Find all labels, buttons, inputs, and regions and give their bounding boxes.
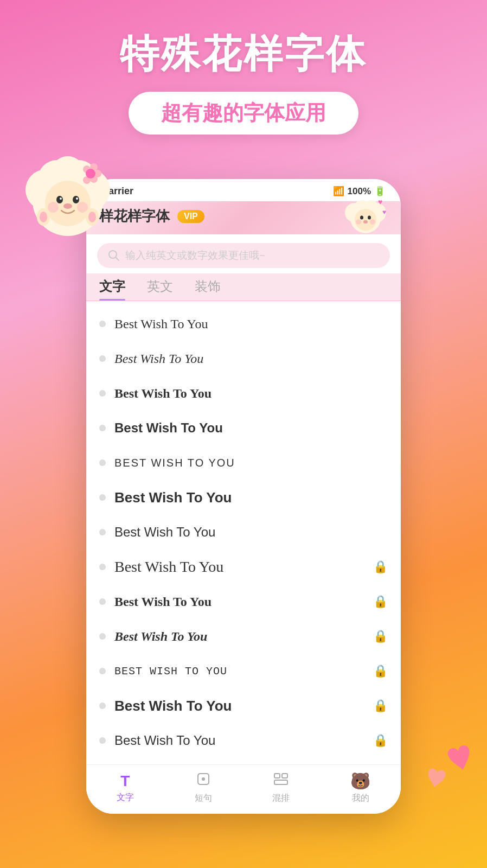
font-text: Best Wish To You (114, 698, 364, 714)
list-item[interactable]: Best Wish To You (86, 515, 401, 550)
svg-text:♥: ♥ (378, 197, 382, 206)
nav-icon-hunpai (273, 771, 289, 790)
item-dot (99, 633, 106, 640)
svg-point-32 (363, 220, 368, 224)
font-list: Best Wish To You Best Wish To You Best W… (86, 301, 401, 814)
svg-point-8 (73, 196, 79, 203)
header-sheep: ♥ ♥ (341, 194, 390, 237)
svg-point-33 (356, 219, 361, 225)
item-dot (99, 390, 106, 397)
phone-mockup: Carrier 📶 100% 🔋 样花样字体 VIP (86, 179, 401, 814)
svg-rect-42 (282, 774, 287, 778)
svg-rect-43 (274, 780, 287, 784)
svg-point-30 (360, 216, 363, 220)
nav-label-duanju: 短句 (195, 793, 212, 804)
subtitle-pill: 超有趣的字体应用 (129, 92, 358, 135)
svg-point-34 (370, 219, 375, 225)
svg-point-40 (202, 777, 205, 781)
app-header: 样花样字体 VIP ♥ ♥ (86, 201, 401, 234)
svg-point-22 (40, 212, 47, 222)
item-dot (99, 598, 106, 605)
search-icon (108, 250, 120, 261)
nav-icon-wenzi: T (120, 773, 130, 790)
svg-text:♥: ♥ (382, 208, 386, 216)
list-item[interactable]: Best Wish To You (86, 480, 401, 515)
lock-icon: 🔒 (373, 664, 388, 678)
font-text: Best Wish To You (114, 629, 364, 644)
font-text: Best Wish To You (114, 352, 388, 366)
search-area: 输入纯英文或数字效果更佳哦~ (86, 234, 401, 273)
lock-icon: 🔒 (373, 560, 388, 574)
font-text: Best Wish To You (114, 317, 388, 331)
font-text: BEST WISH TO YOU (114, 665, 364, 678)
svg-point-10 (76, 197, 78, 200)
svg-line-38 (116, 257, 119, 260)
bottom-nav: T 文字 短句 (86, 764, 401, 814)
lock-icon: 🔒 (373, 629, 388, 643)
svg-point-19 (86, 169, 95, 178)
item-dot (99, 564, 106, 570)
list-item[interactable]: Best Wish To You (86, 376, 401, 411)
font-text: Best Wish To You (114, 525, 388, 540)
vip-badge: VIP (177, 210, 204, 223)
list-item[interactable]: Best Wish To You (86, 341, 401, 376)
nav-item-duanju[interactable]: 短句 (195, 771, 212, 804)
lock-icon: 🔒 (373, 699, 388, 713)
tab-zhuangshi[interactable]: 装饰 (195, 278, 221, 301)
nav-icon-wode: 🐻 (350, 771, 370, 790)
item-dot (99, 737, 106, 744)
svg-point-9 (60, 197, 62, 200)
item-dot (99, 529, 106, 535)
tab-wenzi[interactable]: 文字 (99, 278, 125, 301)
search-box[interactable]: 输入纯英文或数字效果更佳哦~ (97, 243, 390, 268)
font-text: Best Wish To You (114, 489, 388, 506)
font-text: Best Wish To You (114, 558, 364, 576)
list-item[interactable]: Best Wish To You 🔒 (86, 619, 401, 654)
list-item[interactable]: Best Wish To You 🔒 (86, 688, 401, 723)
font-text: Best Wish To You (114, 595, 364, 609)
lock-icon: 🔒 (373, 595, 388, 609)
font-text: Best Wish To You (114, 420, 388, 436)
svg-point-13 (77, 202, 88, 213)
svg-point-23 (88, 212, 96, 222)
nav-label-hunpai: 混排 (272, 793, 290, 804)
lock-icon: 🔒 (373, 733, 388, 748)
font-text: Best Wish To You (114, 733, 364, 748)
list-item[interactable]: BEST WISH TO YOU (86, 445, 401, 480)
nav-label-wode: 我的 (352, 793, 369, 804)
item-dot (99, 459, 106, 466)
sheep-mascot-top (16, 141, 119, 244)
item-dot (99, 668, 106, 674)
nav-item-hunpai[interactable]: 混排 (272, 771, 290, 804)
list-item[interactable]: Best Wish To You 🔒 (86, 723, 401, 758)
svg-point-7 (56, 196, 63, 203)
item-dot (99, 703, 106, 709)
svg-point-12 (48, 202, 59, 213)
font-text: Best Wish To You (114, 386, 388, 401)
nav-label-wenzi: 文字 (117, 792, 134, 803)
item-dot (99, 321, 106, 327)
list-item[interactable]: BEST WISH TO YOU 🔒 (86, 654, 401, 688)
nav-icon-duanju (196, 771, 211, 790)
item-dot (99, 494, 106, 501)
svg-point-11 (63, 203, 72, 209)
hearts-decoration (406, 736, 471, 803)
search-placeholder: 输入纯英文或数字效果更佳哦~ (125, 248, 265, 263)
font-text: BEST WISH TO YOU (114, 457, 388, 469)
list-item[interactable]: Best Wish To You (86, 411, 401, 445)
tabs-area: 文字 英文 装饰 (86, 273, 401, 301)
item-dot (99, 425, 106, 431)
top-section: 特殊花样字体 超有趣的字体应用 (0, 0, 487, 135)
svg-point-31 (368, 216, 371, 220)
list-item[interactable]: Best Wish To You 🔒 (86, 584, 401, 619)
item-dot (99, 355, 106, 362)
list-item[interactable]: Best Wish To You (86, 307, 401, 341)
nav-item-wode[interactable]: 🐻 我的 (350, 771, 370, 804)
svg-rect-41 (274, 774, 280, 778)
main-title: 特殊花样字体 (0, 33, 487, 75)
tab-yingwen[interactable]: 英文 (147, 278, 173, 301)
nav-item-wenzi[interactable]: T 文字 (117, 773, 134, 803)
list-item[interactable]: Best Wish To You 🔒 (86, 550, 401, 584)
